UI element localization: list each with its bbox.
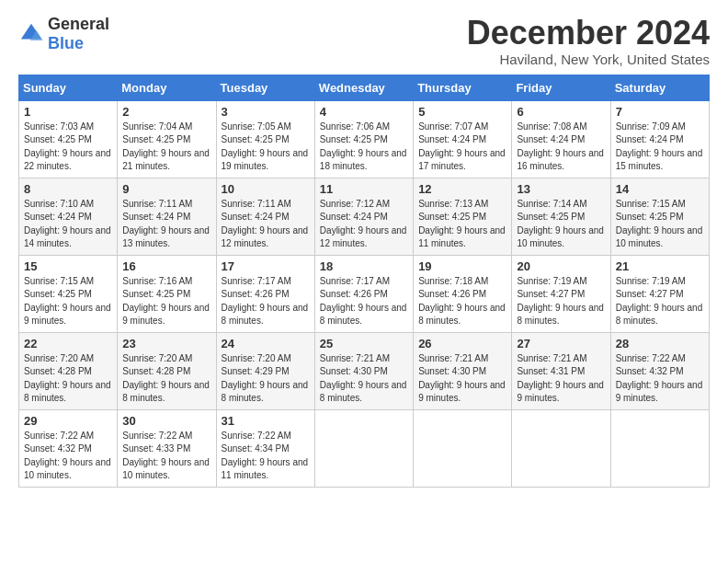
day-number: 1 xyxy=(24,105,112,119)
cell-info: Sunrise: 7:04 AMSunset: 4:25 PMDaylight:… xyxy=(122,121,210,174)
calendar-cell xyxy=(314,409,413,487)
calendar-cell: 29Sunrise: 7:22 AMSunset: 4:32 PMDayligh… xyxy=(19,409,118,487)
day-number: 27 xyxy=(517,337,605,350)
calendar-cell: 27Sunrise: 7:21 AMSunset: 4:31 PMDayligh… xyxy=(512,332,610,409)
calendar-cell xyxy=(512,409,610,487)
cell-info: Sunrise: 7:15 AMSunset: 4:25 PMDaylight:… xyxy=(24,275,112,328)
day-number: 6 xyxy=(517,105,605,119)
cell-info: Sunrise: 7:13 AMSunset: 4:25 PMDaylight:… xyxy=(418,198,506,251)
calendar-table: SundayMondayTuesdayWednesdayThursdayFrid… xyxy=(18,75,710,488)
calendar-cell: 9Sunrise: 7:11 AMSunset: 4:24 PMDaylight… xyxy=(118,178,216,255)
calendar-cell: 15Sunrise: 7:15 AMSunset: 4:25 PMDayligh… xyxy=(19,255,118,332)
day-number: 23 xyxy=(122,337,210,350)
day-number: 25 xyxy=(320,337,408,350)
day-number: 20 xyxy=(517,259,605,273)
cell-info: Sunrise: 7:17 AMSunset: 4:26 PMDaylight:… xyxy=(320,275,408,328)
day-number: 17 xyxy=(222,259,310,273)
calendar-cell: 10Sunrise: 7:11 AMSunset: 4:24 PMDayligh… xyxy=(216,178,314,255)
header-day-thursday: Thursday xyxy=(414,75,512,100)
calendar-cell: 16Sunrise: 7:16 AMSunset: 4:25 PMDayligh… xyxy=(118,255,216,332)
cell-info: Sunrise: 7:03 AMSunset: 4:25 PMDaylight:… xyxy=(24,121,112,174)
calendar-cell: 7Sunrise: 7:09 AMSunset: 4:24 PMDaylight… xyxy=(610,100,709,178)
cell-info: Sunrise: 7:19 AMSunset: 4:27 PMDaylight:… xyxy=(616,275,704,328)
cell-info: Sunrise: 7:22 AMSunset: 4:34 PMDaylight:… xyxy=(222,430,310,483)
calendar-cell xyxy=(414,409,512,487)
calendar-cell: 24Sunrise: 7:20 AMSunset: 4:29 PMDayligh… xyxy=(216,332,314,409)
day-number: 5 xyxy=(418,105,506,119)
calendar-week-3: 15Sunrise: 7:15 AMSunset: 4:25 PMDayligh… xyxy=(19,255,710,332)
day-number: 16 xyxy=(122,259,210,273)
cell-info: Sunrise: 7:20 AMSunset: 4:29 PMDaylight:… xyxy=(222,352,310,406)
title-block: December 2024 Haviland, New York, United… xyxy=(467,15,710,67)
day-number: 9 xyxy=(122,182,210,196)
calendar-cell: 5Sunrise: 7:07 AMSunset: 4:24 PMDaylight… xyxy=(414,100,512,178)
calendar-cell: 4Sunrise: 7:06 AMSunset: 4:25 PMDaylight… xyxy=(314,100,413,178)
logo-blue: Blue xyxy=(48,34,84,52)
calendar-body: 1Sunrise: 7:03 AMSunset: 4:25 PMDaylight… xyxy=(19,100,710,487)
day-number: 12 xyxy=(418,182,506,196)
day-number: 13 xyxy=(517,182,605,196)
logo-general: General xyxy=(48,15,109,33)
day-number: 26 xyxy=(418,337,506,350)
header-day-sunday: Sunday xyxy=(19,75,118,100)
cell-info: Sunrise: 7:18 AMSunset: 4:26 PMDaylight:… xyxy=(418,275,506,328)
calendar-week-2: 8Sunrise: 7:10 AMSunset: 4:24 PMDaylight… xyxy=(19,178,710,255)
calendar-cell: 19Sunrise: 7:18 AMSunset: 4:26 PMDayligh… xyxy=(414,255,512,332)
day-number: 22 xyxy=(24,337,112,350)
day-number: 21 xyxy=(616,259,704,273)
day-number: 2 xyxy=(122,105,210,119)
calendar-cell: 30Sunrise: 7:22 AMSunset: 4:33 PMDayligh… xyxy=(118,409,216,487)
header-day-friday: Friday xyxy=(512,75,610,100)
calendar-cell: 11Sunrise: 7:12 AMSunset: 4:24 PMDayligh… xyxy=(314,178,413,255)
day-number: 4 xyxy=(320,105,408,119)
day-number: 28 xyxy=(616,337,704,350)
cell-info: Sunrise: 7:09 AMSunset: 4:24 PMDaylight:… xyxy=(616,121,704,174)
header-day-wednesday: Wednesday xyxy=(314,75,413,100)
calendar-week-4: 22Sunrise: 7:20 AMSunset: 4:28 PMDayligh… xyxy=(19,332,710,409)
cell-info: Sunrise: 7:19 AMSunset: 4:27 PMDaylight:… xyxy=(517,275,605,328)
calendar-cell: 1Sunrise: 7:03 AMSunset: 4:25 PMDaylight… xyxy=(19,100,118,178)
calendar-week-1: 1Sunrise: 7:03 AMSunset: 4:25 PMDaylight… xyxy=(19,100,710,178)
day-number: 8 xyxy=(24,182,112,196)
cell-info: Sunrise: 7:14 AMSunset: 4:25 PMDaylight:… xyxy=(517,198,605,251)
calendar-week-5: 29Sunrise: 7:22 AMSunset: 4:32 PMDayligh… xyxy=(19,409,710,487)
calendar-cell: 25Sunrise: 7:21 AMSunset: 4:30 PMDayligh… xyxy=(314,332,413,409)
calendar-cell: 14Sunrise: 7:15 AMSunset: 4:25 PMDayligh… xyxy=(610,178,709,255)
day-number: 29 xyxy=(24,414,112,428)
day-number: 7 xyxy=(616,105,704,119)
page-header: General Blue December 2024 Haviland, New… xyxy=(18,15,710,67)
calendar-cell: 20Sunrise: 7:19 AMSunset: 4:27 PMDayligh… xyxy=(512,255,610,332)
day-number: 30 xyxy=(122,414,210,428)
day-number: 31 xyxy=(222,414,310,428)
day-number: 14 xyxy=(616,182,704,196)
day-number: 10 xyxy=(222,182,310,196)
calendar-cell xyxy=(610,409,709,487)
cell-info: Sunrise: 7:21 AMSunset: 4:30 PMDaylight:… xyxy=(320,352,408,406)
calendar-cell: 13Sunrise: 7:14 AMSunset: 4:25 PMDayligh… xyxy=(512,178,610,255)
calendar-cell: 6Sunrise: 7:08 AMSunset: 4:24 PMDaylight… xyxy=(512,100,610,178)
calendar-cell: 23Sunrise: 7:20 AMSunset: 4:28 PMDayligh… xyxy=(118,332,216,409)
header-day-tuesday: Tuesday xyxy=(216,75,314,100)
header-day-saturday: Saturday xyxy=(610,75,709,100)
cell-info: Sunrise: 7:10 AMSunset: 4:24 PMDaylight:… xyxy=(24,198,112,251)
cell-info: Sunrise: 7:22 AMSunset: 4:33 PMDaylight:… xyxy=(122,430,210,483)
calendar-cell: 31Sunrise: 7:22 AMSunset: 4:34 PMDayligh… xyxy=(216,409,314,487)
cell-info: Sunrise: 7:07 AMSunset: 4:24 PMDaylight:… xyxy=(418,121,506,174)
cell-info: Sunrise: 7:20 AMSunset: 4:28 PMDaylight:… xyxy=(24,352,112,406)
calendar-cell: 8Sunrise: 7:10 AMSunset: 4:24 PMDaylight… xyxy=(19,178,118,255)
cell-info: Sunrise: 7:15 AMSunset: 4:25 PMDaylight:… xyxy=(616,198,704,251)
day-number: 24 xyxy=(222,337,310,350)
calendar-cell: 2Sunrise: 7:04 AMSunset: 4:25 PMDaylight… xyxy=(118,100,216,178)
cell-info: Sunrise: 7:06 AMSunset: 4:25 PMDaylight:… xyxy=(320,121,408,174)
calendar-cell: 26Sunrise: 7:21 AMSunset: 4:30 PMDayligh… xyxy=(414,332,512,409)
cell-info: Sunrise: 7:05 AMSunset: 4:25 PMDaylight:… xyxy=(222,121,310,174)
day-number: 3 xyxy=(222,105,310,119)
day-number: 11 xyxy=(320,182,408,196)
calendar-cell: 12Sunrise: 7:13 AMSunset: 4:25 PMDayligh… xyxy=(414,178,512,255)
calendar-header: SundayMondayTuesdayWednesdayThursdayFrid… xyxy=(19,75,710,100)
calendar-cell: 21Sunrise: 7:19 AMSunset: 4:27 PMDayligh… xyxy=(610,255,709,332)
logo-icon xyxy=(18,21,44,47)
cell-info: Sunrise: 7:22 AMSunset: 4:32 PMDaylight:… xyxy=(616,352,704,406)
day-number: 15 xyxy=(24,259,112,273)
calendar-cell: 3Sunrise: 7:05 AMSunset: 4:25 PMDaylight… xyxy=(216,100,314,178)
